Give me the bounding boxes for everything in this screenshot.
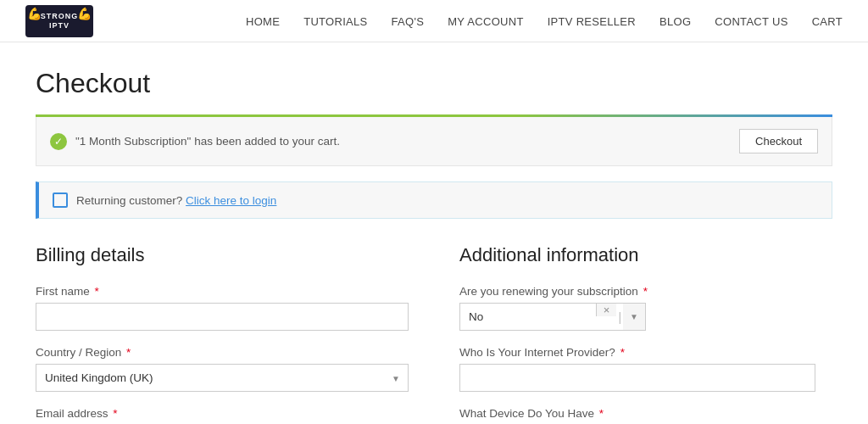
first-name-input[interactable] [36, 303, 409, 331]
country-region-label: Country / Region * [36, 346, 409, 359]
renewing-arrow-button[interactable]: ▼ [623, 304, 645, 330]
nav-link-iptv-reseller[interactable]: IPTV RESELLER [548, 15, 636, 28]
country-required: * [126, 346, 131, 359]
form-columns: Billing details First name * Country / R… [36, 244, 832, 424]
billing-details-column: Billing details First name * Country / R… [36, 244, 409, 424]
navbar: 💪 STRONG IPTV 💪 HOMETUTORIALSFAQ'SMY ACC… [0, 0, 868, 42]
nav-link-contact-us[interactable]: CONTACT US [715, 15, 787, 28]
device-label: What Device Do You Have * [459, 407, 832, 420]
email-label: Email address * [36, 407, 409, 420]
renewing-select-wrapper: No Yes × | ▼ [459, 303, 646, 331]
nav-links: HOMETUTORIALSFAQ'SMY ACCOUNTIPTV RESELLE… [246, 14, 843, 28]
billing-section-title: Billing details [36, 244, 409, 266]
nav-item-tutorials: TUTORIALS [303, 14, 367, 28]
nav-link-faqs[interactable]: FAQ'S [392, 15, 425, 28]
returning-icon [53, 192, 68, 208]
internet-required: * [620, 346, 625, 359]
renewing-select[interactable]: No Yes [460, 304, 596, 330]
notification-bar: ✓ "1 Month Subscription" has been added … [36, 117, 832, 166]
additional-info-column: Additional information Are you renewing … [459, 244, 832, 424]
nav-item-cart: CART [812, 14, 843, 28]
returning-label: Returning customer? [76, 194, 182, 207]
select-divider: | [618, 310, 621, 324]
returning-customer-bar: Returning customer? Click here to login [36, 181, 832, 219]
logo[interactable]: 💪 STRONG IPTV 💪 [25, 5, 93, 37]
nav-item-contact-us: CONTACT US [715, 14, 787, 28]
renewing-label: Are you renewing your subscription * [459, 285, 832, 298]
internet-provider-input[interactable] [459, 364, 815, 392]
first-name-label: First name * [36, 285, 409, 298]
email-required: * [113, 407, 117, 420]
nav-link-home[interactable]: HOME [246, 15, 280, 28]
page-title: Checkout [36, 68, 832, 99]
first-name-required: * [95, 285, 99, 298]
renewing-clear-button[interactable]: × [596, 304, 617, 316]
logo-left-emoji: 💪 [27, 7, 42, 20]
country-select-wrapper: United Kingdom (UK) United States (US) C… [36, 364, 409, 392]
country-select[interactable]: United Kingdom (UK) United States (US) C… [36, 364, 409, 392]
additional-section-title: Additional information [459, 244, 832, 266]
nav-link-blog[interactable]: BLOG [659, 15, 691, 28]
country-region-group: Country / Region * United Kingdom (UK) U… [36, 346, 409, 392]
internet-provider-group: Who Is Your Internet Provider? * [459, 346, 832, 392]
renewing-required: * [643, 285, 648, 298]
notification-left: ✓ "1 Month Subscription" has been added … [50, 133, 340, 150]
notification-message: "1 Month Subscription" has been added to… [75, 135, 340, 148]
nav-link-my-account[interactable]: MY ACCOUNT [448, 15, 523, 28]
logo-text: STRONG IPTV [41, 12, 79, 31]
checkout-button[interactable]: Checkout [739, 129, 818, 153]
device-group: What Device Do You Have * Firestick Mag … [459, 407, 832, 424]
nav-link-tutorials[interactable]: TUTORIALS [303, 15, 367, 28]
nav-item-my-account: MY ACCOUNT [448, 14, 523, 28]
check-icon: ✓ [50, 133, 67, 150]
renewing-group: Are you renewing your subscription * No … [459, 285, 832, 331]
nav-item-blog: BLOG [659, 14, 691, 28]
email-group: Email address * [36, 407, 409, 424]
nav-item-home: HOME [246, 14, 280, 28]
login-link[interactable]: Click here to login [186, 194, 276, 207]
nav-item-faqs: FAQ'S [392, 14, 425, 28]
nav-item-iptv-reseller: IPTV RESELLER [548, 14, 636, 28]
nav-link-cart[interactable]: CART [812, 15, 843, 28]
returning-text: Returning customer? Click here to login [76, 194, 276, 207]
logo-right-emoji: 💪 [77, 7, 92, 20]
first-name-group: First name * [36, 285, 409, 331]
internet-provider-label: Who Is Your Internet Provider? * [459, 346, 832, 359]
main-content: Checkout ✓ "1 Month Subscription" has be… [19, 42, 849, 424]
device-required: * [599, 407, 604, 420]
